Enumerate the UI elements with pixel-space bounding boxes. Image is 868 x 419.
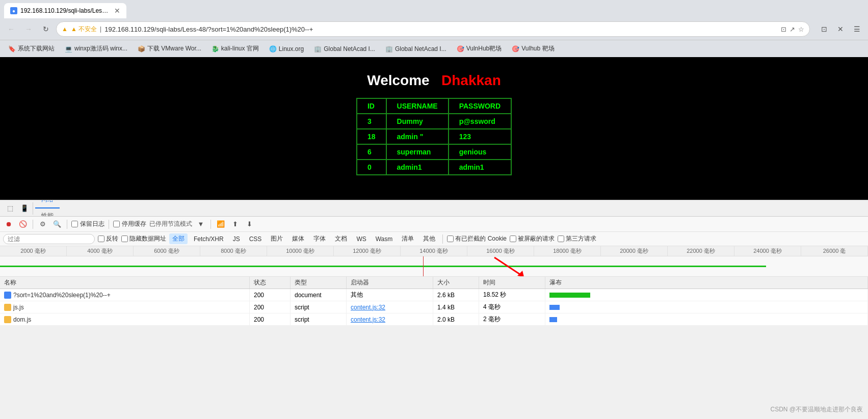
bookmark-label: VulnHub靶场 xyxy=(466,44,502,53)
filter-css-button[interactable]: CSS xyxy=(246,234,265,244)
menu-button[interactable]: ☰ xyxy=(850,22,864,36)
devtools-tab-网络[interactable]: 网络 xyxy=(35,200,60,208)
filter-ws-button[interactable]: WS xyxy=(353,234,369,244)
filter-wasm-button[interactable]: Wasm xyxy=(373,234,396,244)
cell-password: 123 xyxy=(449,129,511,144)
export-button[interactable]: ⬇ xyxy=(244,219,255,230)
bookmark-vmware[interactable]: 📦 下载 VMware Wor... xyxy=(134,43,205,55)
row-type: script xyxy=(291,301,347,313)
bookmark-icon[interactable]: ☆ xyxy=(798,25,804,33)
address-bar[interactable]: ▲ ▲ 不安全 | 192.168.110.129/sqli-labs/Less… xyxy=(56,21,810,37)
share-icon[interactable]: ↗ xyxy=(790,25,795,33)
browser-action-buttons: ⊡ ✕ ☰ xyxy=(817,22,864,36)
bookmark-winxp[interactable]: 💻 winxp激活码 winx... xyxy=(61,43,131,55)
cast-icon[interactable]: ⊡ xyxy=(781,25,786,33)
third-party-checkbox[interactable]: 第三方请求 xyxy=(558,234,596,243)
cell-username: Dummy xyxy=(386,114,449,129)
filter-other-button[interactable]: 其他 xyxy=(420,233,438,244)
timeline-tick-5: 12000 毫秒 xyxy=(334,246,401,256)
element-picker-button[interactable]: ⬚ xyxy=(4,202,16,215)
row-status: 200 xyxy=(250,289,291,301)
row-status: 200 xyxy=(250,313,291,325)
table-header-id: ID xyxy=(357,98,386,114)
filter-button[interactable]: ⚙ xyxy=(37,219,48,230)
bookmark-icon: 🏢 xyxy=(385,45,393,53)
forward-button[interactable]: → xyxy=(21,22,36,36)
table-row: 3 Dummy p@ssword xyxy=(357,114,511,129)
blocked-requests-checkbox[interactable]: 被屏蔽的请求 xyxy=(510,234,555,243)
initiator-text: 其他 xyxy=(351,291,363,299)
timeline-tick-11: 24000 毫秒 xyxy=(734,246,801,256)
wifi-button[interactable]: 📶 xyxy=(215,219,226,230)
bookmark-icon: 🌐 xyxy=(269,45,277,53)
filter-input[interactable] xyxy=(3,234,95,244)
search-button[interactable]: 🔍 xyxy=(51,219,63,230)
bookmark-linux[interactable]: 🌐 Linux.org xyxy=(265,44,308,54)
tab-close-button[interactable]: ✕ xyxy=(114,7,120,15)
cell-id: 0 xyxy=(357,160,386,175)
address-bar-actions: ⊡ ↗ ☆ xyxy=(781,25,804,33)
web-content-area: Welcome Dhakkan ID USERNAME PASSWORD 3 D… xyxy=(0,57,868,200)
close-button[interactable]: ✕ xyxy=(833,22,848,36)
cell-id: 3 xyxy=(357,114,386,129)
clear-button[interactable]: 🚫 xyxy=(17,219,29,230)
import-button[interactable]: ⬆ xyxy=(229,219,241,230)
initiator-link[interactable]: content.js:32 xyxy=(351,304,385,311)
network-rows: ?sort=1%20and%20sleep(1)%20--+ 200 docum… xyxy=(0,289,868,326)
invert-checkbox[interactable]: 反转 xyxy=(98,234,118,243)
bookmark-netacad1[interactable]: 🏢 Global NetAcad I... xyxy=(310,44,379,54)
back-button[interactable]: ← xyxy=(4,22,18,36)
network-table-row[interactable]: js.js 200 script content.js:32 1.4 kB 4 … xyxy=(0,301,868,313)
network-table-row[interactable]: dom.js 200 script content.js:32 2.0 kB 2… xyxy=(0,313,868,326)
svg-line-0 xyxy=(494,257,520,274)
filter-font-button[interactable]: 字体 xyxy=(310,233,329,244)
bookmark-icon: 🔖 xyxy=(8,45,16,53)
column-header-name: 名称 xyxy=(0,277,250,289)
record-button[interactable]: ⏺ xyxy=(3,219,14,230)
mobile-toggle-button[interactable]: 📱 xyxy=(18,202,31,215)
table-row: 6 superman genious xyxy=(357,144,511,160)
filter-fetch-xhr-button[interactable]: Fetch/XHR xyxy=(191,234,227,244)
row-size: 1.4 kB xyxy=(433,301,479,313)
row-size: 2.0 kB xyxy=(433,313,479,325)
extensions-button[interactable]: ⊡ xyxy=(817,22,831,36)
cookie-intercepted-checkbox[interactable]: 有已拦截的 Cookie xyxy=(447,234,507,243)
bookmark-vulhub[interactable]: 🎯 Vulhub 靶场 xyxy=(508,43,558,55)
results-table: ID USERNAME PASSWORD 3 Dummy p@ssword 18… xyxy=(356,98,512,175)
filter-all-button[interactable]: 全部 xyxy=(169,233,188,244)
filter-doc-button[interactable]: 文档 xyxy=(332,233,350,244)
browser-tab[interactable]: ● 192.168.110.129/sqli-labs/Less-48... ✕ xyxy=(4,3,126,18)
filter-js-button[interactable]: JS xyxy=(230,234,243,244)
initiator-link[interactable]: content.js:32 xyxy=(351,316,385,323)
row-filename: js.js xyxy=(13,304,24,311)
throttle-dropdown-button[interactable]: ▼ xyxy=(195,219,206,230)
devtools-tab-性能[interactable]: 性能 xyxy=(35,208,60,217)
filter-img-button[interactable]: 图片 xyxy=(268,233,286,244)
table-header-username: USERNAME xyxy=(386,98,449,114)
bookmark-vulnhub[interactable]: 🎯 VulnHub靶场 xyxy=(453,43,506,55)
bookmark-xitong[interactable]: 🔖 系统下载网站 xyxy=(4,43,59,55)
hide-data-url-checkbox[interactable]: 隐藏数据网址 xyxy=(121,234,166,243)
column-header-time: 时间 xyxy=(479,277,545,289)
preserve-log-checkbox[interactable]: 保留日志 xyxy=(71,220,104,228)
filter-manifest-button[interactable]: 清单 xyxy=(399,233,417,244)
cell-password: p@ssword xyxy=(449,114,511,129)
bookmark-icon: 🎯 xyxy=(457,45,464,53)
refresh-button[interactable]: ↻ xyxy=(39,22,53,36)
waterfall-bar xyxy=(549,305,560,310)
bookmark-label: kali-linux 官网 xyxy=(221,44,259,53)
disable-cache-checkbox[interactable]: 停用缓存 xyxy=(113,220,146,228)
network-table-header: 名称 状态 类型 启动器 大小 时间 瀑布 xyxy=(0,277,868,289)
timeline-ruler: 2000 毫秒4000 毫秒6000 毫秒8000 毫秒10000 毫秒1200… xyxy=(0,246,868,256)
timeline-tick-0: 2000 毫秒 xyxy=(0,246,67,256)
row-filename: dom.js xyxy=(13,316,31,323)
network-table-row[interactable]: ?sort=1%20and%20sleep(1)%20--+ 200 docum… xyxy=(0,289,868,301)
security-warning-icon: ▲ xyxy=(62,25,68,33)
row-time: 18.52 秒 xyxy=(479,289,545,301)
bookmark-kali[interactable]: 🐉 kali-linux 官网 xyxy=(207,43,263,55)
bookmarks-bar: 🔖 系统下载网站 💻 winxp激活码 winx... 📦 下载 VMware … xyxy=(0,40,868,57)
timeline-tick-1: 4000 毫秒 xyxy=(67,246,134,256)
cell-username: admin " xyxy=(386,129,449,144)
bookmark-netacad2[interactable]: 🏢 Global NetAcad I... xyxy=(381,44,451,54)
filter-media-button[interactable]: 媒体 xyxy=(289,233,307,244)
